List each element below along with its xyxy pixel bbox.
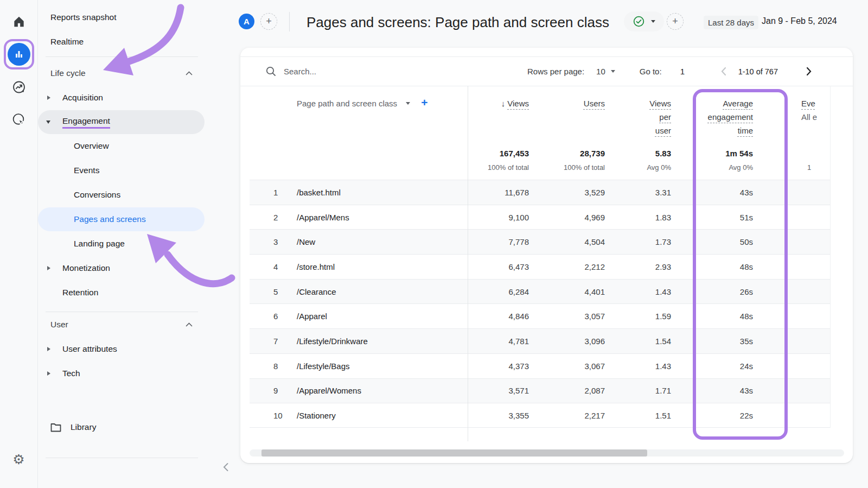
row-page-path: /Lifestyle/Drinkware <box>297 337 368 346</box>
divider <box>46 56 198 57</box>
add-dimension-button[interactable]: + <box>421 96 427 109</box>
row-users: 3,067 <box>537 362 609 371</box>
sidebar-item-pages-and-screens[interactable]: Pages and screens <box>38 207 205 231</box>
account-avatar[interactable]: A <box>239 14 254 29</box>
divider <box>289 12 290 31</box>
section-header-user[interactable]: User <box>38 313 205 337</box>
row-page-path: /Apparel/Womens <box>297 386 361 395</box>
row-views: 3,355 <box>468 411 537 420</box>
page-title: Pages and screens: Page path and screen … <box>307 14 609 31</box>
table-row[interactable]: 8 /Lifestyle/Bags 4,373 3,067 1.43 24s <box>250 353 830 378</box>
sidebar-item-overview[interactable]: Overview <box>38 134 205 158</box>
total-views-per-user-subtitle: Avg 0% <box>609 161 671 175</box>
section-header-life-cycle[interactable]: Life cycle <box>38 61 205 85</box>
divider <box>46 458 198 458</box>
table-row[interactable]: 9 /Apparel/Womens 3,571 2,087 1.71 43s <box>250 378 830 403</box>
row-avg-engagement-time: 43s <box>674 386 763 395</box>
horizontal-scrollbar-track[interactable] <box>250 449 844 457</box>
row-avg-engagement-time: 48s <box>674 262 763 271</box>
expand-arrow-icon[interactable] <box>47 347 50 351</box>
sidebar-item-monetization[interactable]: Monetization <box>38 256 205 280</box>
sidebar-item-tech[interactable]: Tech <box>38 362 205 385</box>
sidebar-item-label: Library <box>71 422 96 432</box>
insert-button[interactable]: + <box>667 13 684 30</box>
search-input[interactable] <box>284 67 392 76</box>
sidebar-item-acquisition[interactable]: Acquisition <box>38 86 205 110</box>
row-page-path: /Clearance <box>297 287 336 296</box>
table-row[interactable]: 2 /Apparel/Mens 9,100 4,969 1.83 51s <box>250 205 830 230</box>
total-views: 167,453 <box>468 147 529 161</box>
total-views-subtitle: 100% of total <box>468 161 529 175</box>
row-users: 3,096 <box>537 337 609 346</box>
table-row[interactable]: 5 /Clearance 6,284 4,401 1.43 26s <box>250 279 830 304</box>
date-range-picker[interactable]: Jan 9 - Feb 5, 2024 <box>762 16 837 26</box>
sidebar-item-conversions[interactable]: Conversions <box>38 183 205 207</box>
divider <box>46 312 198 312</box>
table-row[interactable]: 10 /Stationery 3,355 2,217 1.51 22s <box>250 403 830 428</box>
report-header: A + Pages and screens: Page path and scr… <box>240 0 868 48</box>
chevron-down-icon[interactable] <box>406 102 410 105</box>
sidebar-item-events[interactable]: Events <box>38 159 205 182</box>
row-views-per-user: 1.43 <box>609 362 674 371</box>
expand-arrow-icon[interactable] <box>47 266 50 270</box>
row-views: 6,473 <box>468 262 537 271</box>
row-views-per-user: 1.51 <box>609 411 674 420</box>
table-row[interactable]: 1 /basket.html 11,678 3,529 3.31 43s <box>250 180 830 205</box>
table-row[interactable]: 7 /Lifestyle/Drinkware 4,781 3,096 1.54 … <box>250 328 830 353</box>
total-event-count: 1 <box>807 147 830 175</box>
row-avg-engagement-time: 43s <box>674 188 763 197</box>
previous-page-icon[interactable] <box>720 67 726 76</box>
report-status-pill[interactable] <box>624 11 664 31</box>
expand-arrow-icon[interactable] <box>47 96 50 100</box>
row-avg-engagement-time: 26s <box>674 287 763 296</box>
settings-gear-icon[interactable]: ⚙︎ <box>12 453 24 466</box>
advertising-icon[interactable] <box>11 112 26 127</box>
sidebar-item-reports-snapshot[interactable]: Reports snapshot <box>38 5 205 29</box>
reports-nav-drawer: Reports snapshot Realtime Life cycle Acq… <box>38 0 228 488</box>
row-views-per-user: 3.31 <box>609 188 674 197</box>
sidebar-item-label: Acquisition <box>62 93 103 103</box>
row-page-path: /Lifestyle/Bags <box>297 362 350 371</box>
chevron-up-icon[interactable] <box>186 322 193 327</box>
row-views-per-user: 1.54 <box>609 337 674 346</box>
next-page-icon[interactable] <box>806 67 812 76</box>
table-right-edge <box>830 86 831 428</box>
add-comparison-button[interactable]: + <box>260 13 277 30</box>
rows-per-page-value[interactable]: 10 <box>596 67 605 76</box>
sidebar-item-label: Landing page <box>74 239 125 249</box>
chevron-down-icon[interactable] <box>611 70 615 73</box>
horizontal-scrollbar[interactable] <box>261 449 647 457</box>
explore-icon[interactable] <box>11 80 26 94</box>
chevron-down-icon <box>651 20 655 23</box>
sidebar-item-label: Reports snapshot <box>50 12 117 22</box>
pagination-range: 1-10 of 767 <box>738 67 778 76</box>
sidebar-item-label: Realtime <box>50 37 84 47</box>
row-avg-engagement-time: 22s <box>674 411 763 420</box>
sidebar-item-realtime[interactable]: Realtime <box>38 30 205 54</box>
table-row[interactable]: 3 /New 7,778 4,504 1.73 50s <box>250 229 830 254</box>
sidebar-item-user-attributes[interactable]: User attributes <box>38 337 205 361</box>
expand-arrow-icon[interactable] <box>47 371 50 376</box>
table-row[interactable]: 6 /Apparel 4,846 3,057 1.59 48s <box>250 303 830 328</box>
sidebar-item-landing-page[interactable]: Landing page <box>38 232 205 256</box>
row-page-path: /store.html <box>297 262 335 271</box>
reports-icon[interactable] <box>8 43 30 66</box>
check-circle-icon <box>633 16 644 27</box>
sidebar-item-label: Overview <box>74 141 109 151</box>
row-rank: 1 <box>273 188 297 197</box>
sidebar-item-retention[interactable]: Retention <box>38 281 205 305</box>
sidebar-item-engagement[interactable]: Engagement <box>38 110 205 134</box>
row-users: 3,057 <box>537 312 609 321</box>
table-row[interactable]: 4 /store.html 6,473 2,212 2.93 48s <box>250 254 830 279</box>
row-views: 4,781 <box>468 337 537 346</box>
home-icon[interactable] <box>12 15 26 29</box>
total-users-subtitle: 100% of total <box>537 161 605 175</box>
row-rank: 5 <box>273 287 297 296</box>
goto-page-input[interactable] <box>680 67 694 76</box>
row-users: 2,217 <box>537 411 609 420</box>
sidebar-item-library[interactable]: Library <box>38 415 205 439</box>
collapse-arrow-icon[interactable] <box>46 121 50 124</box>
row-page-path: /basket.html <box>297 188 341 197</box>
collapse-drawer-icon[interactable] <box>222 462 229 472</box>
chevron-up-icon[interactable] <box>186 71 193 76</box>
